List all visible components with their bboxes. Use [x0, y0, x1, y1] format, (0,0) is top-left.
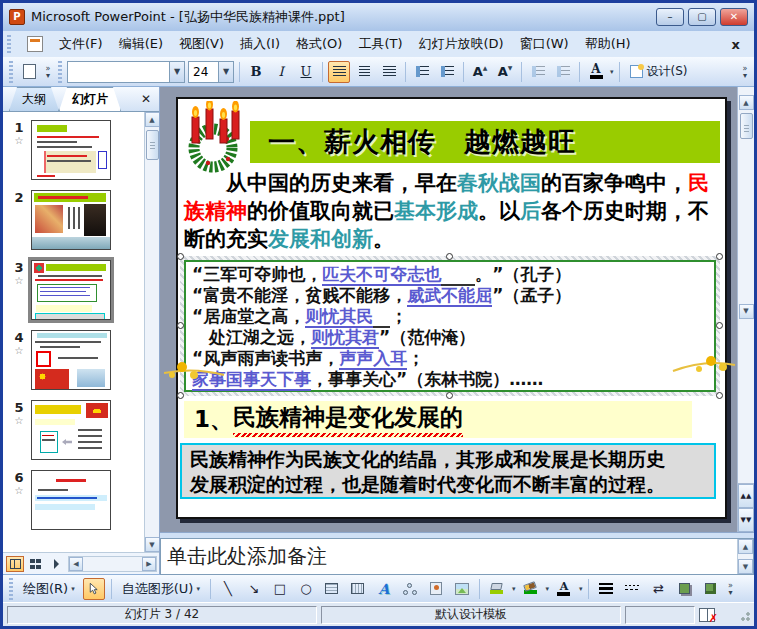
shadow-style-button[interactable]: [673, 578, 695, 600]
menu-view[interactable]: 视图(V): [179, 35, 224, 53]
selection-handle[interactable]: [177, 392, 184, 399]
close-button[interactable]: ✕: [720, 8, 748, 26]
spellcheck-icon[interactable]: ✗: [699, 608, 715, 622]
selection-handle[interactable]: [446, 392, 453, 399]
scroll-down-button[interactable]: ▼: [739, 304, 754, 319]
menu-file[interactable]: 文件(F): [59, 35, 103, 53]
align-right-button[interactable]: [378, 61, 400, 83]
selection-handle[interactable]: [177, 322, 184, 329]
previous-slide-button[interactable]: ▲▲: [738, 484, 754, 508]
document-close-button[interactable]: x: [726, 37, 746, 52]
scroll-left-button[interactable]: ◀: [69, 557, 83, 571]
design-button[interactable]: 设计(S): [625, 61, 693, 83]
vertical-textbox-tool-button[interactable]: [347, 578, 369, 600]
slide-subtitle-bar[interactable]: 1、民族精神是变化发展的: [184, 401, 692, 438]
wordart-button[interactable]: A: [373, 578, 395, 600]
notes-scrollbar[interactable]: ▲ ▼: [737, 539, 753, 574]
decrease-indent-button[interactable]: [527, 61, 549, 83]
arrow-tool-button[interactable]: ↘: [243, 578, 265, 600]
new-slide-button[interactable]: [18, 61, 40, 83]
slide-sorter-view-button[interactable]: [26, 556, 44, 572]
slide-thumbnail-6[interactable]: 6☆: [7, 470, 159, 530]
line-tool-button[interactable]: ╲: [217, 578, 239, 600]
bullet-list-button[interactable]: [436, 61, 458, 83]
candles-wreath-image[interactable]: [180, 101, 250, 173]
slide-body-text[interactable]: 从中国的历史来看，早在春秋战国的百家争鸣中，民族精神的价值取向就已基本形成。以后…: [184, 169, 722, 253]
toolbar-grip[interactable]: [9, 61, 13, 83]
maximize-button[interactable]: ▢: [688, 8, 716, 26]
increase-font-button[interactable]: A▲: [469, 61, 491, 83]
insert-picture-button[interactable]: [451, 578, 473, 600]
toolbar-overflow-stack[interactable]: » ▾: [43, 65, 53, 79]
slideshow-view-button[interactable]: [46, 556, 64, 572]
slide-thumbnail-3-selected[interactable]: 3☆: [7, 260, 159, 320]
quote-textbox-selected[interactable]: “三军可夺帅也，匹夫不可夺志也 。”（孔子） “富贵不能淫，贫贱不能移，威武不能…: [180, 256, 720, 396]
thumbnails-scrollbar[interactable]: ▲ ▼: [144, 112, 159, 552]
dropdown-arrow-icon[interactable]: ▼: [169, 62, 184, 82]
pane-close-button[interactable]: ✕: [137, 92, 155, 106]
fill-color-dropdown[interactable]: ▾: [512, 585, 516, 593]
selection-handle[interactable]: [177, 253, 184, 260]
bold-button[interactable]: B: [245, 61, 267, 83]
slide-thumbnail-4[interactable]: 4☆: [7, 330, 159, 390]
notes-pane[interactable]: 单击此处添加备注 ▲ ▼: [160, 538, 754, 575]
3d-style-button[interactable]: [699, 578, 721, 600]
scrollbar-thumb[interactable]: [146, 130, 159, 160]
menu-tools[interactable]: 工具(T): [358, 35, 402, 53]
scroll-up-button[interactable]: ▲: [738, 539, 753, 554]
tab-slides[interactable]: 幻灯片: [59, 87, 121, 111]
textbox-tool-button[interactable]: [321, 578, 343, 600]
font-size-combo[interactable]: 24 ▼: [188, 61, 234, 83]
increase-indent-button[interactable]: [552, 61, 574, 83]
underline-button[interactable]: U: [295, 61, 317, 83]
slide-thumbnail-2[interactable]: 2: [7, 190, 159, 250]
dash-style-button[interactable]: [621, 578, 643, 600]
font-color-button[interactable]: A: [585, 61, 607, 83]
slide-editing-area[interactable]: 一、薪火相传 越燃越旺 从中国的历史来看，早在春秋战国的百家争鸣中，民族精神的价…: [160, 87, 754, 532]
italic-button[interactable]: I: [270, 61, 292, 83]
scroll-right-button[interactable]: ▶: [142, 557, 156, 571]
scrollbar-thumb[interactable]: [740, 113, 753, 139]
scroll-up-button[interactable]: ▲: [739, 95, 754, 110]
normal-view-button[interactable]: [6, 556, 24, 572]
scroll-down-button[interactable]: ▼: [738, 559, 753, 574]
slide-canvas[interactable]: 一、薪火相传 越燃越旺 从中国的历史来看，早在春秋战国的百家争鸣中，民族精神的价…: [176, 97, 727, 519]
horizontal-scrollbar[interactable]: ◀ ▶: [68, 556, 157, 572]
numbered-list-button[interactable]: [411, 61, 433, 83]
minimize-button[interactable]: –: [656, 8, 684, 26]
next-slide-button[interactable]: ▼▼: [738, 508, 754, 532]
autoshapes-menu-button[interactable]: 自选图形(U) ▾: [118, 578, 204, 600]
menu-insert[interactable]: 插入(I): [240, 35, 280, 53]
font-color-dropdown[interactable]: ▾: [610, 68, 614, 76]
scroll-up-button[interactable]: ▲: [145, 112, 160, 127]
slide-vertical-scrollbar[interactable]: ▲ ▼ ▲▲ ▼▼: [737, 87, 754, 532]
toolbar-overflow-stack[interactable]: » ▾: [740, 65, 750, 79]
font-name-combo[interactable]: ▼: [67, 61, 185, 83]
slide-summary-box[interactable]: 民族精神作为民族文化的结晶，其形成和发展是长期历史 发展积淀的过程，也是随着时代…: [180, 443, 716, 499]
draw-menu-button[interactable]: 绘图(R) ▾: [19, 578, 79, 600]
notes-placeholder[interactable]: 单击此处添加备注: [161, 539, 333, 574]
font-color-dropdown[interactable]: ▾: [579, 585, 583, 593]
scroll-down-button[interactable]: ▼: [145, 537, 160, 552]
window-resize-grip[interactable]: [738, 609, 750, 621]
slide-thumbnail-5[interactable]: 5☆: [7, 400, 159, 460]
clipart-button[interactable]: [425, 578, 447, 600]
tab-outline[interactable]: 大纲: [9, 87, 59, 111]
selection-handle[interactable]: [716, 392, 723, 399]
design-template-indicator[interactable]: 默认设计模板: [321, 606, 621, 624]
diagram-button[interactable]: [399, 578, 421, 600]
line-style-button[interactable]: [595, 578, 617, 600]
fill-color-button[interactable]: [486, 578, 508, 600]
selection-handle[interactable]: [446, 253, 453, 260]
menu-help[interactable]: 帮助(H): [585, 35, 631, 53]
slide-thumbnail-1[interactable]: 1☆: [7, 120, 159, 180]
menu-format[interactable]: 格式(O): [296, 35, 342, 53]
line-color-button[interactable]: [519, 578, 541, 600]
select-objects-button[interactable]: [83, 578, 105, 600]
line-color-dropdown[interactable]: ▾: [545, 585, 549, 593]
oval-tool-button[interactable]: ○: [295, 578, 317, 600]
selection-handle[interactable]: [716, 322, 723, 329]
menu-grip[interactable]: [7, 35, 11, 53]
selection-handle[interactable]: [716, 253, 723, 260]
font-color-button[interactable]: A: [553, 578, 575, 600]
